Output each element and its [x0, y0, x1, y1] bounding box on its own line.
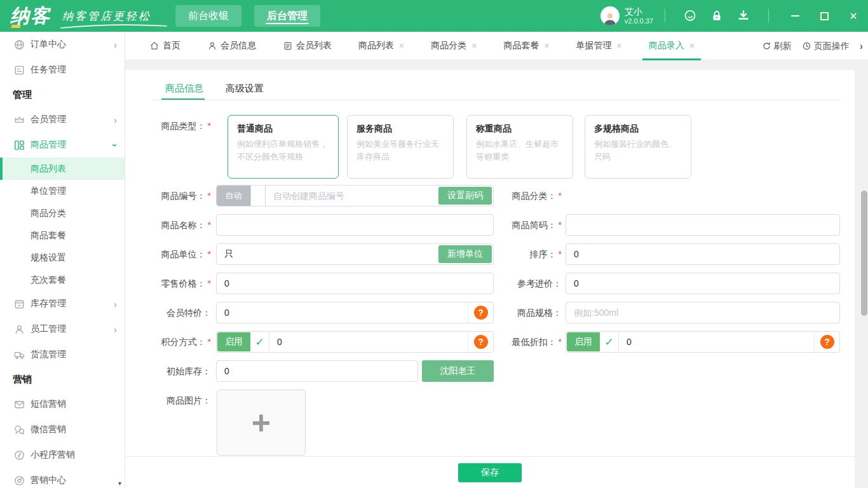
close-tab-icon[interactable]: × — [399, 41, 404, 51]
save-bar: 保存 — [125, 456, 855, 488]
product-unit-field: 新增单位 — [216, 243, 494, 265]
tab-label: 商品列表 — [358, 40, 394, 51]
page-scrollbar-thumb[interactable] — [861, 191, 867, 316]
tab-member-info[interactable]: 会员信息 — [201, 32, 262, 60]
product-unit-label: 商品单位：* — [153, 249, 211, 261]
sidebar-item-label: 短信营销 — [31, 398, 66, 410]
card-title: 称重商品 — [476, 123, 564, 135]
close-tab-icon[interactable]: × — [689, 41, 695, 51]
sidebar-subitem-recharge-package[interactable]: 充次套餐 — [0, 269, 125, 291]
sidebar-item-product-management[interactable]: 商品管理 › — [0, 132, 125, 158]
chevron-right-icon[interactable]: › — [860, 41, 863, 52]
set-subcode-button[interactable]: 设置副码 — [438, 187, 492, 205]
user-avatar[interactable] — [600, 6, 620, 25]
sidebar-subitem-product-package[interactable]: 商品套餐 — [0, 224, 125, 247]
tab-advanced-settings[interactable]: 高级设置 — [226, 83, 264, 95]
retail-price-input[interactable] — [216, 273, 494, 294]
sort-input[interactable] — [566, 243, 840, 265]
sidebar-item-member-management[interactable]: 会员管理 › — [0, 107, 125, 132]
sidebar-item-inventory-management[interactable]: 库存管理 › — [0, 291, 125, 316]
save-button[interactable]: 保存 — [458, 463, 522, 482]
points-enable-button[interactable]: 启用 — [217, 332, 250, 351]
user-name: 艾小 — [625, 6, 653, 17]
close-tab-icon[interactable]: × — [471, 41, 477, 51]
help-icon[interactable]: ? — [474, 335, 488, 349]
chevron-right-icon: › — [114, 39, 117, 50]
purchase-price-input[interactable] — [566, 273, 840, 294]
download-icon[interactable] — [733, 5, 754, 27]
product-type-card-multispec[interactable]: 多规格商品 例如服装行业的颜色、尺码 — [585, 115, 691, 179]
product-name-input[interactable] — [216, 214, 494, 236]
tab-label: 商品录入 — [649, 40, 684, 51]
lock-icon[interactable] — [706, 5, 728, 27]
window-maximize-button[interactable] — [813, 5, 835, 27]
tab-product-category[interactable]: 商品分类 × — [424, 32, 483, 60]
window-close-button[interactable]: ✕ — [843, 5, 864, 27]
close-tab-icon[interactable]: × — [544, 41, 549, 51]
help-icon[interactable]: ? — [820, 335, 834, 349]
min-discount-input[interactable] — [619, 332, 814, 351]
logo-accent — [11, 25, 21, 28]
sidebar-item-label: 会员管理 — [31, 114, 66, 125]
sidebar-item-miniprogram-marketing[interactable]: 小程序营销 — [0, 442, 125, 468]
add-unit-button[interactable]: 新增单位 — [438, 245, 492, 263]
sidebar-item-logistics-management[interactable]: 货流管理 — [0, 342, 125, 367]
customer-service-icon[interactable] — [679, 5, 701, 27]
product-shortcode-input[interactable] — [566, 214, 840, 236]
member-price-input[interactable] — [217, 303, 468, 322]
product-spec-input[interactable] — [566, 302, 840, 323]
product-type-card-service[interactable]: 服务商品 例如美业等服务行业无库存商品 — [347, 115, 454, 179]
sidebar-subitem-unit-management[interactable]: 单位管理 — [0, 180, 125, 202]
points-mode-label: 积分方式：* — [153, 337, 211, 348]
sidebar-item-task-management[interactable]: 任务管理 — [0, 57, 125, 83]
tab-label: 会员列表 — [296, 40, 332, 51]
sidebar-subitem-spec-settings[interactable]: 规格设置 — [0, 247, 125, 269]
check-icon[interactable]: ✓ — [250, 332, 269, 352]
sidebar-item-wechat-marketing[interactable]: 微信营销 — [0, 417, 125, 442]
sidebar-scroll-down-icon[interactable]: ▾ — [118, 480, 121, 487]
product-name-label: 商品名称：* — [153, 220, 211, 231]
page-scrollbar-track[interactable] — [860, 60, 868, 488]
product-type-card-weighed[interactable]: 称重商品 例如水果店、生鲜超市等称重类 — [466, 115, 573, 179]
tab-product-entry[interactable]: 商品录入 × — [642, 32, 701, 60]
sidebar-subitem-product-category[interactable]: 商品分类 — [0, 202, 125, 224]
sidebar-item-marketing-center[interactable]: 营销中心 — [0, 468, 125, 488]
sidebar-item-staff-management[interactable]: 员工管理 › — [0, 316, 125, 342]
tab-label: 商品套餐 — [503, 40, 539, 51]
image-upload-box[interactable]: + — [217, 390, 306, 456]
sidebar-item-order-center[interactable]: 订单中心 › — [0, 32, 125, 57]
check-icon[interactable]: ✓ — [600, 332, 619, 352]
tab-home[interactable]: 首页 — [143, 32, 187, 60]
close-tab-icon[interactable]: × — [617, 41, 622, 51]
product-category-label: 商品分类：* — [502, 191, 562, 202]
auto-code-toggle[interactable]: 自动 — [217, 186, 250, 206]
tab-product-package[interactable]: 商品套餐 × — [497, 32, 555, 60]
nav-tab-frontdesk[interactable]: 前台收银 — [175, 5, 241, 27]
tab-product-info[interactable]: 商品信息 — [165, 83, 203, 95]
sidebar-item-label: 营销中心 — [31, 475, 66, 486]
user-icon — [207, 41, 217, 51]
tab-document-management[interactable]: 单据管理 × — [570, 32, 628, 60]
init-stock-input[interactable] — [216, 360, 418, 382]
user-info: 艾小 v2.0.0.37 — [625, 6, 653, 25]
warehouse-button[interactable]: 沈阳老王 — [422, 360, 494, 382]
sidebar-subitem-product-list[interactable]: 商品列表 — [0, 158, 125, 180]
clock-icon — [802, 41, 811, 51]
page-operations-button[interactable]: 页面操作 — [802, 41, 850, 52]
refresh-button[interactable]: 刷新 — [762, 41, 792, 52]
nav-tab-backoffice[interactable]: 后台管理 — [254, 5, 320, 27]
sidebar-item-label: 订单中心 — [31, 39, 66, 50]
window-minimize-button[interactable] — [784, 5, 806, 27]
tab-product-list[interactable]: 商品列表 × — [352, 32, 410, 60]
chevron-right-icon: › — [114, 114, 117, 125]
card-desc: 例如便利店单规格销售，不区分颜色等规格 — [237, 138, 329, 163]
sidebar-item-label: 任务管理 — [31, 64, 66, 76]
sidebar-item-sms-marketing[interactable]: 短信营销 — [0, 391, 125, 417]
points-value-input[interactable] — [269, 332, 468, 351]
sidebar-section-management: 管理 — [0, 83, 125, 107]
tab-member-list[interactable]: 会员列表 — [276, 32, 338, 60]
auto-code-toggle-knob[interactable] — [250, 186, 266, 206]
product-type-card-normal[interactable]: 普通商品 例如便利店单规格销售，不区分颜色等规格 — [227, 115, 339, 179]
help-icon[interactable]: ? — [474, 306, 488, 320]
discount-enable-button[interactable]: 启用 — [567, 332, 600, 351]
